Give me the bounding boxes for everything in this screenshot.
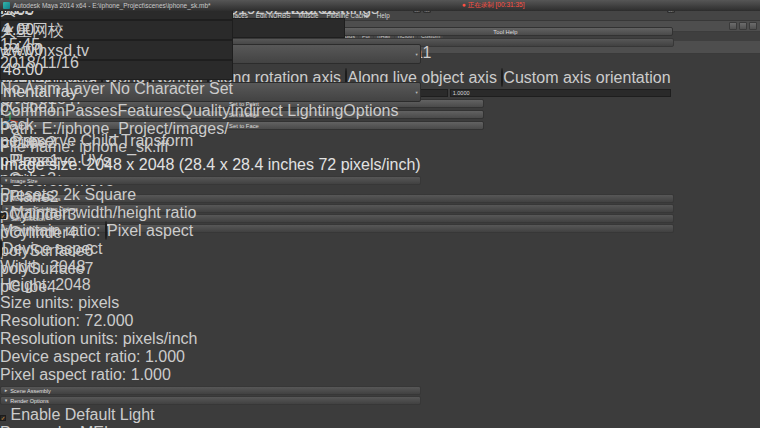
maintain-label: Maintain ratio: xyxy=(0,222,101,239)
enable-default-light-label: Enable Default Light xyxy=(10,406,154,423)
chevron-down-icon: ▾ xyxy=(415,90,417,95)
field-value[interactable]: pixels/inch xyxy=(123,330,198,347)
chevron-down-icon: ▾ xyxy=(415,52,417,57)
enable-default-light-checkbox[interactable]: ✓ xyxy=(0,415,6,421)
field-value[interactable]: 2048 xyxy=(50,258,86,275)
character-set-indicator[interactable]: No Character Set xyxy=(109,80,233,97)
section-label: Image Size xyxy=(10,178,38,184)
render-settings-tab[interactable]: Options xyxy=(343,102,398,119)
section-open-icon: ▼ xyxy=(4,178,8,183)
section-render-options[interactable]: ▼ Render Options xyxy=(0,396,421,405)
field-label: Size units: xyxy=(0,294,74,311)
output-filename-text: File name: iphone_sk.iff xyxy=(0,138,421,156)
section-scene-assembly[interactable]: ► Scene Assembly xyxy=(0,386,421,395)
attribute-editor-toggle-icon[interactable] xyxy=(729,22,737,30)
render-settings-tab[interactable]: Indirect Lighting xyxy=(230,102,343,119)
image-size-field-row: Height: 2048 xyxy=(0,276,421,294)
move-axis-radio[interactable]: Custom axis orientation xyxy=(501,68,670,87)
mel-field-label: Pre render MEL: xyxy=(0,424,117,428)
custom-axis-field[interactable]: 1.0000 xyxy=(450,89,671,97)
section-label: Scene Assembly xyxy=(10,388,51,394)
image-size-field-row: Size units: pixels xyxy=(0,294,421,312)
channel-box-toggle-icon[interactable] xyxy=(749,22,757,30)
device-aspect-radio[interactable] xyxy=(0,239,2,258)
section-image-size[interactable]: ▼ Image Size xyxy=(0,176,421,185)
render-settings-tab[interactable]: Common xyxy=(0,102,65,119)
field-value[interactable]: pixels xyxy=(78,294,119,311)
section-closed-icon: ► xyxy=(4,388,8,393)
radio-label: Custom axis orientation xyxy=(503,69,670,86)
field-value[interactable]: 1.000 xyxy=(145,348,185,365)
field-label: Resolution units: xyxy=(0,330,118,347)
field-label: Pixel aspect ratio: xyxy=(0,366,126,383)
render-settings-body: Path: E:/iphone_Project/images/ File nam… xyxy=(0,120,421,428)
maintain-ratio-label: Maintain width/height ratio xyxy=(10,204,196,221)
field-label: Width: xyxy=(0,258,45,275)
field-label: Resolution: xyxy=(0,312,80,329)
section-open-icon: ▼ xyxy=(4,398,8,403)
image-size-field-row: Resolution: 72.000 xyxy=(0,312,421,330)
recording-status-text: ● 正在录制 [00:31:35] xyxy=(462,1,524,10)
image-size-field-row: Width: 2048 xyxy=(0,258,421,276)
presets-dropdown[interactable]: 2k Square xyxy=(63,186,136,203)
field-value[interactable]: 72.000 xyxy=(85,312,134,329)
maintain-ratio-checkbox[interactable]: ✓ xyxy=(0,213,6,219)
section-label: Render Options xyxy=(10,398,49,404)
field-label: Device aspect ratio: xyxy=(0,348,141,365)
field-value[interactable]: 1.000 xyxy=(131,366,171,383)
window-title: Autodesk Maya 2014 x64 - E:\iphone_Proje… xyxy=(13,2,211,9)
titlebar: Autodesk Maya 2014 x64 - E:\iphone_Proje… xyxy=(0,0,760,11)
field-label: Height: xyxy=(0,276,51,293)
image-size-field-row: Resolution units: pixels/inch xyxy=(0,330,421,348)
render-settings-tab[interactable]: Features xyxy=(117,102,180,119)
anim-layer-indicator[interactable]: No Anim Layer xyxy=(0,80,105,97)
image-size-field-row: Device aspect ratio: 1.000 xyxy=(0,348,421,366)
output-path-text: Path: E:/iphone_Project/images/ xyxy=(0,120,421,138)
maya-logo-icon xyxy=(3,2,10,9)
presets-label: Presets: xyxy=(0,186,59,203)
image-size-field-row: Pixel aspect ratio: 1.000 xyxy=(0,366,421,384)
render-settings-tab[interactable]: Quality xyxy=(181,102,231,119)
render-settings-tab[interactable]: Passes xyxy=(65,102,117,119)
device-aspect-label: Device aspect xyxy=(2,240,103,257)
tool-settings-toggle-icon[interactable] xyxy=(739,22,747,30)
field-value[interactable]: 2048 xyxy=(55,276,91,293)
watermark-site: www.hxsd.tv xyxy=(0,42,89,60)
image-size-text: Image size: 2048 x 2048 (28.4 x 28.4 inc… xyxy=(0,156,421,174)
mel-field-row: Pre render MEL: xyxy=(0,424,421,428)
watermark-brand: 火星网校 xyxy=(0,21,89,42)
pixel-aspect-radio[interactable] xyxy=(105,221,107,240)
pixel-aspect-label: Pixel aspect xyxy=(107,222,193,239)
